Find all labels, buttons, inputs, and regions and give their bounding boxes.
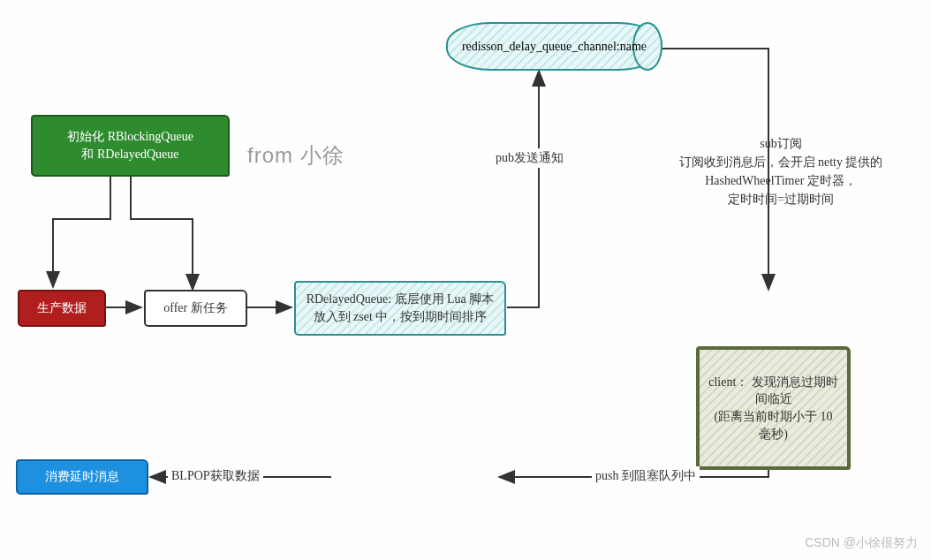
edge-label-sub: sub订阅 订阅收到消息后，会开启 netty 提供的 HashedWheelT… — [654, 132, 908, 210]
node-offer-label: offer 新任务 — [163, 299, 227, 317]
watermark-from: from 小徐 — [247, 141, 344, 170]
node-init: 初始化 RBlockingQueue 和 RDelayedQueue — [31, 115, 230, 177]
node-channel-label: redisson_delay_queue_channel:name — [462, 40, 647, 54]
node-offer: offer 新任务 — [144, 290, 247, 327]
watermark-csdn: CSDN @小徐很努力 — [805, 535, 918, 551]
node-channel: redisson_delay_queue_channel:name — [446, 22, 662, 71]
node-delayed-queue-label: RDelayedQueue: 底层使用 Lua 脚本放入到 zset 中，按到期… — [303, 291, 497, 325]
node-client: client： 发现消息过期时间临近 (距离当前时期小于 10 毫秒) — [696, 346, 851, 470]
edge-label-blpop: BLPOP获取数据 — [168, 466, 263, 486]
node-init-label: 初始化 RBlockingQueue 和 RDelayedQueue — [67, 128, 193, 163]
node-consume-label: 消费延时消息 — [45, 468, 119, 486]
node-produce-label: 生产数据 — [37, 299, 87, 317]
edge-label-push: push 到阻塞队列中 — [592, 466, 700, 486]
node-produce: 生产数据 — [18, 290, 106, 327]
node-consume: 消费延时消息 — [16, 459, 148, 495]
node-delayed-queue: RDelayedQueue: 底层使用 Lua 脚本放入到 zset 中，按到期… — [294, 281, 506, 336]
edge-label-pub: pub发送通知 — [492, 148, 567, 168]
node-client-label: client： 发现消息过期时间临近 (距离当前时期小于 10 毫秒) — [707, 374, 840, 443]
